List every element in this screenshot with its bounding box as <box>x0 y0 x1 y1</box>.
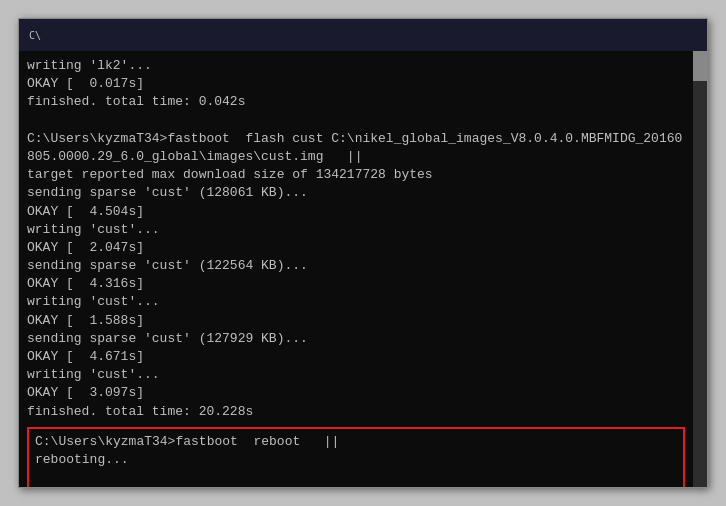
window-controls <box>557 19 699 51</box>
terminal-line: finished. total time: 20.228s <box>27 403 685 421</box>
terminal-line: writing 'lk2'... <box>27 57 685 75</box>
terminal-line <box>27 112 685 130</box>
highlighted-line: rebooting... <box>35 451 677 469</box>
scrollbar-thumb[interactable] <box>693 51 707 81</box>
terminal-line: OKAY [ 0.017s] <box>27 75 685 93</box>
highlighted-line <box>35 469 677 487</box>
terminal-line: finished. total time: 0.042s <box>27 93 685 111</box>
terminal-line: OKAY [ 4.316s] <box>27 275 685 293</box>
terminal-content[interactable]: writing 'lk2'...OKAY [ 0.017s]finished. … <box>19 51 693 487</box>
terminal-line: writing 'cust'... <box>27 293 685 311</box>
terminal-line: OKAY [ 4.504s] <box>27 203 685 221</box>
svg-text:C\: C\ <box>29 30 41 41</box>
scrollbar[interactable] <box>693 51 707 487</box>
terminal-line: writing 'cust'... <box>27 221 685 239</box>
maximize-button[interactable] <box>605 19 651 51</box>
terminal-line: C:\Users\kyzmaT34>fastboot flash cust C:… <box>27 130 685 166</box>
terminal-line: OKAY [ 2.047s] <box>27 239 685 257</box>
terminal-line: sending sparse 'cust' (122564 KB)... <box>27 257 685 275</box>
cmd-window: C\ writing 'lk2'...OKAY [ 0.017s]finishe… <box>18 18 708 488</box>
title-bar: C\ <box>19 19 707 51</box>
highlighted-block: C:\Users\kyzmaT34>fastboot reboot ||rebo… <box>27 427 685 487</box>
terminal-line: target reported max download size of 134… <box>27 166 685 184</box>
highlighted-line: C:\Users\kyzmaT34>fastboot reboot || <box>35 433 677 451</box>
cmd-icon: C\ <box>27 27 43 43</box>
minimize-button[interactable] <box>557 19 603 51</box>
terminal-line: OKAY [ 4.671s] <box>27 348 685 366</box>
terminal-line: writing 'cust'... <box>27 366 685 384</box>
terminal-line: OKAY [ 1.588s] <box>27 312 685 330</box>
terminal-line: sending sparse 'cust' (128061 KB)... <box>27 184 685 202</box>
terminal-line: sending sparse 'cust' (127929 KB)... <box>27 330 685 348</box>
close-button[interactable] <box>653 19 699 51</box>
terminal-line: OKAY [ 3.097s] <box>27 384 685 402</box>
terminal-area: writing 'lk2'...OKAY [ 0.017s]finished. … <box>19 51 707 487</box>
